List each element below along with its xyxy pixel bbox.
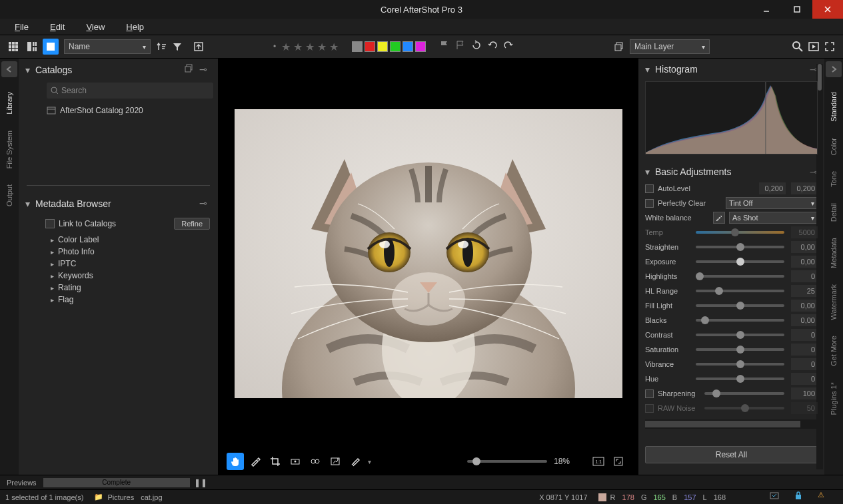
tab-standard[interactable]: Standard <box>828 84 839 130</box>
fill-value[interactable] <box>791 300 818 312</box>
pin-icon[interactable]: ⊸ <box>199 198 211 210</box>
exposure-value[interactable] <box>791 256 818 268</box>
star-icon[interactable]: ★ <box>293 41 303 53</box>
tab-metadata[interactable]: Metadata <box>828 230 839 276</box>
straighten-value[interactable] <box>791 241 818 253</box>
blacks-slider[interactable] <box>696 319 784 322</box>
star-icon[interactable]: ★ <box>317 41 327 53</box>
contrast-slider[interactable] <box>696 334 784 336</box>
minimize-button[interactable] <box>751 0 782 19</box>
tab-color[interactable]: Color <box>828 130 839 163</box>
straighten-slider[interactable] <box>696 246 784 248</box>
hlrange-slider[interactable] <box>696 290 784 292</box>
sharpening-value[interactable] <box>791 387 818 399</box>
hlrange-value[interactable] <box>791 285 818 297</box>
rawnoise-value[interactable] <box>791 402 818 414</box>
swatch-red[interactable] <box>365 41 375 52</box>
undo-icon[interactable] <box>487 40 500 53</box>
menu-edit[interactable]: Edit <box>41 21 74 33</box>
catalogs-header[interactable]: ▾ Catalogs ⊸ <box>19 59 218 81</box>
layers-icon[interactable] <box>611 39 627 55</box>
sharpening-slider[interactable] <box>704 392 784 395</box>
copy-icon[interactable] <box>185 64 197 76</box>
histogram-header[interactable]: ▾ Histogram ⊸ <box>645 61 818 77</box>
view-split-icon[interactable] <box>24 39 40 55</box>
right-hscroll[interactable] <box>645 419 818 429</box>
meta-item[interactable]: ▸Keywords <box>51 270 210 282</box>
flag-reject-icon[interactable] <box>455 40 468 53</box>
flag-pick-icon[interactable] <box>439 40 452 53</box>
reset-all-button[interactable]: Reset All <box>645 446 818 463</box>
maximize-button[interactable] <box>782 0 812 19</box>
swatch-green[interactable] <box>390 41 401 52</box>
zoom-expand-icon[interactable] <box>610 453 627 470</box>
export-icon[interactable] <box>191 39 207 55</box>
sync-icon[interactable] <box>770 491 783 504</box>
heal-icon[interactable] <box>327 453 344 470</box>
sat-slider[interactable] <box>696 348 784 351</box>
search-icon[interactable] <box>790 39 806 55</box>
hue-slider[interactable] <box>696 378 784 380</box>
warning-icon[interactable]: ⚠ <box>818 491 831 504</box>
star-icon[interactable]: ★ <box>281 41 291 53</box>
slideshow-icon[interactable] <box>806 39 822 55</box>
pause-icon[interactable]: ❚❚ <box>194 478 207 487</box>
pclear-checkbox[interactable] <box>645 199 654 208</box>
temp-value[interactable] <box>791 226 818 238</box>
metadata-header[interactable]: ▾ Metadata Browser ⊸ <box>19 192 218 215</box>
hl-slider[interactable] <box>696 275 784 278</box>
tab-file-system[interactable]: File System <box>4 123 15 176</box>
hl-value[interactable] <box>791 270 818 282</box>
contrast-value[interactable] <box>791 329 818 341</box>
collapse-left-icon[interactable] <box>1 61 17 77</box>
rawnoise-checkbox[interactable] <box>645 404 654 413</box>
link-checkbox[interactable] <box>45 219 55 228</box>
tab-getmore[interactable]: Get More <box>828 328 839 374</box>
sat-value[interactable] <box>791 344 818 356</box>
meta-item[interactable]: ▸Rating <box>51 282 210 294</box>
lock-icon[interactable] <box>794 491 807 504</box>
layer-select[interactable]: Main Layer▾ <box>630 39 710 54</box>
autolevel-value-2[interactable] <box>791 182 818 194</box>
zoom-fit-icon[interactable]: 1:1 <box>590 453 607 470</box>
blacks-value[interactable] <box>791 314 818 326</box>
swatch-magenta[interactable] <box>415 41 426 52</box>
fullscreen-icon[interactable] <box>822 39 838 55</box>
straighten-icon[interactable] <box>287 453 304 470</box>
filter-icon[interactable] <box>169 39 185 55</box>
view-single-icon[interactable] <box>43 39 59 55</box>
catalog-item[interactable]: AfterShot Catalog 2020 <box>47 104 211 117</box>
swatch-grey[interactable] <box>352 41 363 52</box>
menu-file[interactable]: File <box>5 21 38 33</box>
vib-value[interactable] <box>791 358 818 370</box>
sort-select[interactable]: Name▾ <box>64 39 151 54</box>
zoom-slider[interactable] <box>467 460 547 463</box>
meta-item[interactable]: ▸IPTC <box>51 258 210 270</box>
sharpening-checkbox[interactable] <box>645 389 654 398</box>
pin-icon[interactable]: ⊸ <box>199 64 211 76</box>
eyedropper-icon[interactable] <box>247 453 264 470</box>
autolevel-value-1[interactable] <box>759 182 786 194</box>
tab-tone[interactable]: Tone <box>828 163 839 195</box>
meta-item[interactable]: ▸Color Label <box>51 234 210 246</box>
tab-output[interactable]: Output <box>4 176 15 214</box>
menu-view[interactable]: View <box>77 21 114 33</box>
tab-plugins[interactable]: Plugins 1* <box>828 374 839 423</box>
wb-eyedropper-icon[interactable] <box>713 212 725 224</box>
fill-slider[interactable] <box>696 304 784 307</box>
star-icon[interactable]: ★ <box>329 41 339 53</box>
vib-slider[interactable] <box>696 363 784 366</box>
catalog-search-input[interactable]: Search <box>47 83 213 99</box>
tab-watermark[interactable]: Watermark <box>828 276 839 328</box>
refine-button[interactable]: Refine <box>174 218 210 230</box>
sort-dir-icon[interactable] <box>153 39 169 55</box>
crop-icon[interactable] <box>267 453 284 470</box>
tab-detail[interactable]: Detail <box>828 195 839 230</box>
rawnoise-slider[interactable] <box>704 407 784 409</box>
exposure-slider[interactable] <box>696 260 784 263</box>
tab-library[interactable]: Library <box>4 84 15 123</box>
redeye-icon[interactable] <box>307 453 324 470</box>
autolevel-checkbox[interactable] <box>645 184 654 193</box>
menu-help[interactable]: Help <box>117 21 153 33</box>
swatch-yellow[interactable] <box>377 41 388 52</box>
